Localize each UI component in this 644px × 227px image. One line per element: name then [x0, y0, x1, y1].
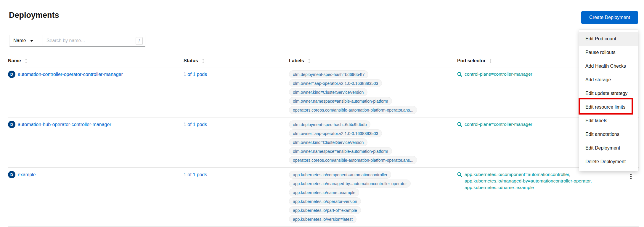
status-cell: 1 of 1 pods: [184, 70, 289, 78]
pods-status-link[interactable]: 1 of 1 pods: [184, 122, 207, 127]
label-pill[interactable]: olm.deployment-spec-hash=bd696b4f7: [289, 70, 368, 78]
name-cell: D example: [8, 171, 184, 179]
label-pill[interactable]: operators.coreos.com/ansible-automation-…: [289, 106, 417, 114]
label-pill[interactable]: olm.deployment-spec-hash=6d4c9fdbdb: [289, 120, 370, 128]
pods-status-link[interactable]: 1 of 1 pods: [184, 172, 207, 177]
labels-cell: olm.deployment-spec-hash=bd696b4f7 olm.o…: [289, 70, 457, 115]
label-pill[interactable]: app.kubernetes.io/version=latest: [289, 215, 356, 223]
label-pill[interactable]: operators.coreos.com/ansible-automation-…: [289, 156, 417, 164]
sort-icon[interactable]: [25, 59, 28, 63]
deployment-link[interactable]: example: [18, 172, 36, 177]
slash-shortcut-badge: /: [136, 37, 143, 45]
menu-item-edit-annotations[interactable]: Edit annotations: [579, 128, 638, 141]
pod-selector-cell: app.kubernetes.io/component=automationco…: [457, 171, 639, 191]
label-pill[interactable]: olm.owner=aap-operator.v2.1.0-0.16383935…: [289, 79, 382, 87]
menu-item-edit-resource-limits[interactable]: Edit resource limits: [579, 100, 638, 114]
label-pill[interactable]: olm.owner.namespace=ansible-automation-p…: [289, 147, 392, 155]
label-pill[interactable]: olm.owner.kind=ClusterServiceVersion: [289, 88, 367, 96]
kebab-dot: [630, 176, 632, 177]
menu-item-add-health-checks[interactable]: Add Health Checks: [579, 59, 638, 73]
masthead-divider: [0, 1, 644, 1]
label-pill[interactable]: app.kubernetes.io/component=automationco…: [289, 171, 391, 179]
menu-item-edit-labels[interactable]: Edit labels: [579, 114, 638, 128]
column-header-name[interactable]: Name: [8, 58, 184, 64]
labels-cell: olm.deployment-spec-hash=6d4c9fdbdb olm.…: [289, 120, 457, 165]
filter-type-dropdown[interactable]: Name: [9, 35, 43, 47]
label-pill[interactable]: app.kubernetes.io/part-of=example: [289, 206, 361, 214]
kebab-dot: [630, 178, 632, 179]
label-pill[interactable]: olm.owner=aap-operator.v2.1.0-0.16383935…: [289, 129, 382, 137]
table-header-row: Name Status Labels Pod selector: [8, 54, 639, 67]
sort-icon[interactable]: [489, 59, 492, 63]
pod-selector-link[interactable]: app.kubernetes.io/component=automationco…: [465, 171, 592, 178]
search-icon: [457, 72, 462, 77]
deployment-badge: D: [8, 121, 15, 128]
pod-selector-link[interactable]: app.kubernetes.io/name=example: [465, 184, 592, 191]
row-kebab-menu-button[interactable]: [628, 172, 634, 181]
table-row: D example 1 of 1 pods app.kubernetes.io/…: [8, 168, 639, 227]
menu-item-edit-deployment[interactable]: Edit Deployment: [579, 141, 638, 155]
label-pill[interactable]: olm.owner.kind=ClusterServiceVersion: [289, 138, 367, 146]
label-pill[interactable]: app.kubernetes.io/name=example: [289, 188, 359, 196]
sort-icon[interactable]: [202, 59, 205, 63]
chevron-down-icon: [30, 40, 33, 42]
pod-selector-link[interactable]: control-plane=controller-manager: [465, 121, 532, 128]
column-header-labels[interactable]: Labels: [289, 58, 457, 64]
menu-item-edit-pod-count[interactable]: Edit Pod count: [579, 32, 638, 46]
menu-item-pause-rollouts[interactable]: Pause rollouts: [579, 46, 638, 59]
label-pill[interactable]: olm.owner.namespace=ansible-automation-p…: [289, 97, 392, 105]
pod-selector-link[interactable]: app.kubernetes.io/managed-by=automationc…: [465, 178, 592, 184]
table-row: D automation-controller-operator-control…: [8, 67, 639, 118]
pods-status-link[interactable]: 1 of 1 pods: [184, 72, 207, 77]
deployment-badge: D: [8, 71, 15, 78]
label-pill[interactable]: app.kubernetes.io/operator-version: [289, 197, 361, 205]
page-title: Deployments: [9, 11, 59, 20]
menu-item-add-storage[interactable]: Add storage: [579, 73, 638, 87]
create-deployment-button[interactable]: Create Deployment: [581, 11, 638, 24]
search-input[interactable]: [46, 38, 132, 43]
deployment-actions-menu: Edit Pod count Pause rollouts Add Health…: [579, 30, 638, 171]
search-icon: [457, 122, 462, 127]
status-cell: 1 of 1 pods: [184, 171, 289, 179]
sort-icon[interactable]: [308, 59, 311, 63]
filter-toolbar: Name /: [9, 35, 145, 47]
name-cell: D automation-hub-operator-controller-man…: [8, 120, 184, 128]
labels-cell: app.kubernetes.io/component=automationco…: [289, 171, 457, 224]
deployments-table: Name Status Labels Pod selector D: [8, 54, 639, 227]
table-row: D automation-hub-operator-controller-man…: [8, 118, 639, 168]
deployment-link[interactable]: automation-controller-operator-controlle…: [18, 72, 123, 77]
status-cell: 1 of 1 pods: [184, 120, 289, 128]
label-pill[interactable]: app.kubernetes.io/managed-by=automationc…: [289, 180, 411, 188]
deployment-badge: D: [8, 171, 15, 178]
column-header-status[interactable]: Status: [184, 58, 289, 64]
deployment-link[interactable]: automation-hub-operator-controller-manag…: [18, 122, 111, 127]
search-icon: [457, 172, 462, 177]
filter-type-label: Name: [13, 38, 26, 43]
menu-item-delete-deployment[interactable]: Delete Deployment: [579, 155, 638, 169]
pod-selector-link[interactable]: control-plane=controller-manager: [465, 71, 532, 77]
menu-item-edit-update-strategy[interactable]: Edit update strategy: [579, 87, 638, 100]
search-box: /: [43, 35, 145, 47]
kebab-dot: [630, 174, 632, 175]
name-cell: D automation-controller-operator-control…: [8, 70, 184, 78]
